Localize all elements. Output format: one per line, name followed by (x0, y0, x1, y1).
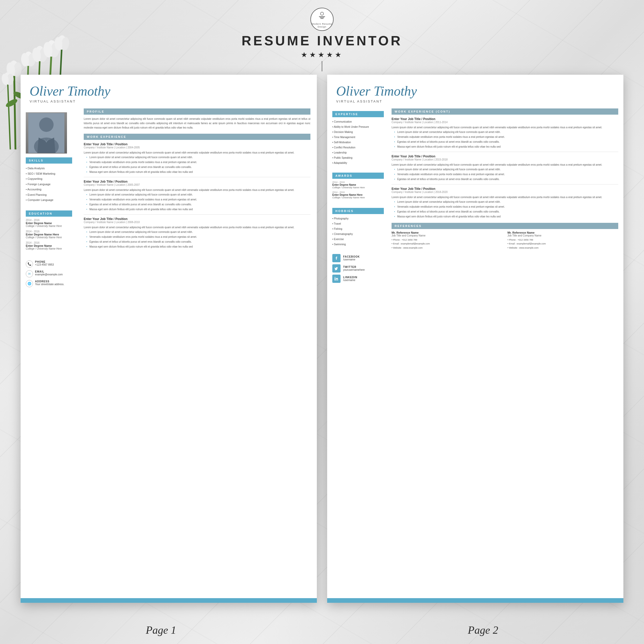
address-icon: 🌐 (26, 280, 33, 287)
edu-degree: Enter Degree Name (26, 244, 72, 247)
job-title: Enter Your Job Title / Position (392, 187, 618, 191)
list-item: Venenatis vulputate vestibulum eros port… (86, 197, 310, 202)
photo-box (26, 112, 67, 154)
facebook-link: FACEBOOK /username (332, 254, 384, 262)
job-bullets: Lorem ipsum dolor sit amet consectetur a… (392, 130, 618, 149)
list-item: Egestas sit amet et tellus ut lobortis p… (394, 177, 618, 182)
job-title: Enter Your Job Title / Position (392, 155, 618, 158)
award-school: College / University Name Here (332, 186, 384, 189)
ref-job: Job Title and Company Name (392, 234, 502, 237)
work-header: WORK EXPERIENCE (84, 134, 310, 140)
svg-rect-35 (335, 278, 335, 281)
job-entry: Enter Your Job Title / Position Company … (84, 142, 310, 177)
ref-phone: • Phone : +012 3456 789 (507, 238, 618, 242)
linkedin-icon (332, 275, 341, 283)
edu-degree: Enter Degree Name Here (26, 233, 72, 236)
header-area: Modern Resume Design RESUME INVENTOR ★★★… (0, 8, 644, 71)
job-desc: Lorem ipsum dolor sit amet consectetur a… (84, 188, 310, 192)
list-item: Venenatis vulputate vestibulum eros port… (394, 172, 618, 177)
profile-section: PROFILE Lorem ipsum dolor sit amet conse… (84, 108, 310, 130)
award-school: College / University Name Here (332, 196, 384, 199)
page1-body: SKILLS Data Analysis SEO / SEM Marketing… (21, 108, 317, 598)
contact-section: 📞 PHONE +123-4567 8953 ✉ EMAIL example@e… (26, 260, 72, 290)
page1-header: Oliver Timothy VIRTUAL ASSISTANT (21, 75, 317, 108)
list-item: Egestas sit amet et tellus ut lobortis p… (86, 165, 310, 170)
work-cont-header: WORK EXPERIENCE (CONT) (392, 108, 618, 115)
edu-school: College / University Name Here (26, 225, 72, 227)
job-entry: Enter Your Job Title / Position Company … (84, 180, 310, 215)
contact-email: ✉ EMAIL example@example.com (26, 270, 72, 277)
list-item: Egestas sit amet et tellus ut lobortis p… (86, 239, 310, 244)
ref-email: • Email : examplemail@example.com (392, 242, 502, 246)
edu-year: 2014 - 2016 (26, 230, 72, 233)
facebook-icon (332, 254, 341, 262)
list-item: Data Analysis (26, 166, 72, 171)
list-item: Massa eget sem dictum finibus elit justo… (86, 244, 310, 249)
job-title: Enter Your Job Title / Position (392, 117, 618, 121)
svg-rect-30 (320, 17, 324, 18)
job-desc: Lorem ipsum dolor sit amet consectetur a… (392, 195, 618, 199)
job-entry: Enter Your Job Title / Position Company … (392, 117, 618, 152)
logo-text: Modern Resume Design (311, 23, 333, 28)
page2-title: VIRTUAL ASSISTANT (336, 99, 614, 103)
list-item: Lorem ipsum dolor sit amet consectetur a… (86, 192, 310, 197)
skills-section: SKILLS Data Analysis SEO / SEM Marketing… (26, 157, 72, 203)
job-meta: Company / Institute Name | Location | 20… (84, 183, 310, 186)
ref-name: Mr. Reference Name (392, 231, 502, 234)
list-item: Venenatis vulputate vestibulum eros port… (86, 160, 310, 165)
award-name: Enter Degree Name Here (332, 193, 384, 196)
job-bullets: Lorem ipsum dolor sit amet consectetur a… (84, 230, 310, 249)
job-bullets: Lorem ipsum dolor sit amet consectetur a… (392, 167, 618, 182)
svg-rect-29 (319, 16, 325, 17)
ref-website: • Website : www.example.com (507, 246, 618, 250)
job-meta: Company / Institute Name | Location | 20… (84, 146, 310, 149)
job-bullets: Lorem ipsum dolor sit amet consectetur a… (392, 199, 618, 219)
job-title: Enter Your Job Title / Position (84, 217, 310, 221)
job-desc: Lorem ipsum dolor sit amet consectetur a… (392, 163, 618, 167)
social-section: FACEBOOK /username TWITTER youruserna (332, 254, 384, 285)
list-item: Lorem ipsum dolor sit amet consectetur a… (86, 230, 310, 234)
page2-header: Oliver Timothy VIRTUAL ASSISTANT (327, 75, 623, 108)
list-item: Adaptability (332, 160, 384, 166)
svg-point-36 (335, 277, 335, 278)
list-item: Self-Motivation (332, 140, 384, 145)
linkedin-value: /username (343, 279, 357, 282)
awards-section: AWARDS 2014 - 2016 Enter Degree Name Col… (332, 173, 384, 201)
list-item: Decision Making (332, 130, 384, 135)
list-item: Massa eget sem dictum finibus elit justo… (86, 207, 310, 212)
page-2: Oliver Timothy VIRTUAL ASSISTANT EXPERTI… (327, 75, 623, 603)
page-labels: Page 1 Page 2 (0, 624, 644, 636)
awards-header: AWARDS (332, 173, 384, 179)
page1-sidebar: SKILLS Data Analysis SEO / SEM Marketing… (21, 108, 77, 598)
ref-phone: • Phone : +012 3456 789 (392, 238, 502, 242)
list-item: Egestas sit amet et tellus ut lobortis p… (86, 202, 310, 207)
job-meta: Company / Institute Name | Location | 20… (84, 221, 310, 224)
list-item: Lorem ipsum dolor sit amet consectetur a… (394, 199, 618, 204)
list-item: Egestas sit amet et tellus ut lobortis p… (394, 139, 618, 144)
hobbies-list: Photography Travel Fishing Cinematograph… (332, 216, 384, 247)
work-experience-section: WORK EXPERIENCE Enter Your Job Title / P… (84, 134, 310, 249)
page2-body: EXPERTISE Communication Ability to Work … (327, 108, 623, 598)
edu-school: College / University Name Here (26, 236, 72, 239)
education-header: EDUCATION (26, 210, 72, 217)
phone-label: PHONE (35, 260, 54, 263)
job-entry: Enter Your Job Title / Position Company … (392, 155, 618, 184)
page1-title: VIRTUAL ASSISTANT (30, 99, 308, 103)
job-meta: Company / Institute Name | Location | 20… (392, 191, 618, 193)
job-entry: Enter Your Job Title / Position Company … (84, 217, 310, 249)
job-meta: Company / Institute Name | Location | 20… (392, 121, 618, 124)
list-item: Massa eget sem dictum finibus elit justo… (86, 170, 310, 174)
brand-stars: ★★★★★ (301, 50, 343, 59)
page2-main: WORK EXPERIENCE (CONT) Enter Your Job Ti… (389, 108, 623, 598)
hobbies-header: HOBBIES (332, 208, 384, 214)
phone-icon: 📞 (26, 260, 33, 268)
linkedin-label: LINKEDIN (343, 276, 357, 279)
job-divider (84, 214, 310, 215)
ref-email: • Email : examplemail@example.com (507, 242, 618, 246)
address-value: Your street/state address. (35, 283, 64, 286)
education-section: EDUCATION 2014 - 2016 Enter Degree Name … (26, 210, 72, 253)
list-item: Cinematography (332, 232, 384, 237)
references-header: REFERENCES (392, 223, 618, 229)
job-bullets: Lorem ipsum dolor sit amet consectetur a… (84, 192, 310, 212)
page2-name: Oliver Timothy (336, 84, 614, 98)
